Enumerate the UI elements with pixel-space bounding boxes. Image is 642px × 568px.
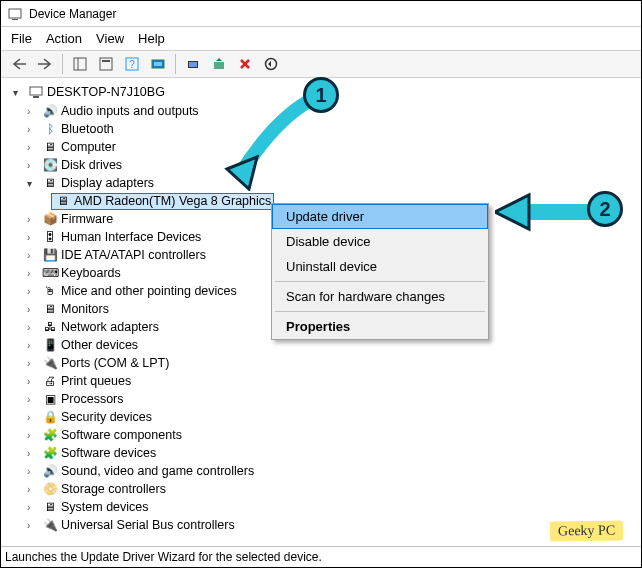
help-button[interactable]: ? (120, 53, 144, 75)
category-label: Keyboards (61, 266, 121, 280)
expand-icon[interactable]: › (27, 268, 39, 279)
context-uninstall-device[interactable]: Uninstall device (272, 254, 488, 279)
expand-icon[interactable]: › (27, 466, 39, 477)
tree-category[interactable]: ›🔒Security devices (9, 408, 641, 426)
forward-button[interactable] (33, 53, 57, 75)
tree-category[interactable]: ›🔌Ports (COM & LPT) (9, 354, 641, 372)
window-title: Device Manager (29, 7, 116, 21)
tree-category-display-adapters[interactable]: ▾🖥Display adapters (9, 174, 641, 192)
context-properties[interactable]: Properties (272, 314, 488, 339)
update-driver-button[interactable] (181, 53, 205, 75)
menu-view[interactable]: View (96, 31, 124, 46)
hid-icon: 🎛 (42, 229, 58, 245)
expand-icon[interactable]: › (27, 250, 39, 261)
expand-icon[interactable]: › (27, 484, 39, 495)
tree-category[interactable]: ›🔊Sound, video and game controllers (9, 462, 641, 480)
statusbar: Launches the Update Driver Wizard for th… (1, 546, 641, 567)
category-label: Universal Serial Bus controllers (61, 518, 235, 532)
enable-device-button[interactable] (259, 53, 283, 75)
category-label: Ports (COM & LPT) (61, 356, 169, 370)
expand-icon[interactable]: › (27, 430, 39, 441)
svg-rect-12 (214, 62, 224, 69)
expand-icon[interactable]: › (27, 142, 39, 153)
category-label: Print queues (61, 374, 131, 388)
tree-category[interactable]: ›🔊Audio inputs and outputs (9, 102, 641, 120)
context-menu: Update driver Disable device Uninstall d… (271, 203, 489, 340)
svg-marker-17 (268, 61, 271, 67)
expand-icon[interactable]: ▾ (13, 87, 25, 98)
disable-device-button[interactable] (233, 53, 257, 75)
tree-category[interactable]: ›🖥System devices (9, 498, 641, 516)
tree-category[interactable]: ›💽Disk drives (9, 156, 641, 174)
svg-marker-13 (216, 58, 222, 61)
category-label: Mice and other pointing devices (61, 284, 237, 298)
toolbar-separator (175, 54, 176, 74)
category-label: Disk drives (61, 158, 122, 172)
tree-category[interactable]: ›📀Storage controllers (9, 480, 641, 498)
scan-hardware-button[interactable] (146, 53, 170, 75)
toolbar: ? (1, 50, 641, 78)
usb-icon: 🔌 (42, 517, 58, 533)
svg-rect-19 (33, 96, 39, 98)
watermark: Geeky PC (550, 520, 624, 541)
menu-help[interactable]: Help (138, 31, 165, 46)
properties-button[interactable] (94, 53, 118, 75)
expand-icon[interactable]: › (27, 502, 39, 513)
uninstall-device-button[interactable] (207, 53, 231, 75)
category-label: Processors (61, 392, 124, 406)
computer-icon (28, 84, 44, 100)
svg-rect-2 (74, 58, 86, 70)
expand-icon[interactable]: › (27, 376, 39, 387)
svg-rect-9 (154, 62, 162, 66)
expand-icon[interactable]: › (27, 448, 39, 459)
category-label: Human Interface Devices (61, 230, 201, 244)
keyboard-icon: ⌨ (42, 265, 58, 281)
category-label: Sound, video and game controllers (61, 464, 254, 478)
svg-rect-18 (30, 87, 42, 95)
computer-icon: 🖥 (42, 139, 58, 155)
expand-icon[interactable]: › (27, 106, 39, 117)
expand-icon[interactable]: › (27, 124, 39, 135)
expand-icon[interactable]: › (27, 394, 39, 405)
tree-category[interactable]: ›🔌Universal Serial Bus controllers (9, 516, 641, 534)
expand-icon[interactable]: › (27, 520, 39, 531)
context-update-driver[interactable]: Update driver (272, 204, 488, 229)
tree-category[interactable]: ›🧩Software devices (9, 444, 641, 462)
menu-file[interactable]: File (11, 31, 32, 46)
mouse-icon: 🖱 (42, 283, 58, 299)
context-disable-device[interactable]: Disable device (272, 229, 488, 254)
tree-category[interactable]: ›🖥Computer (9, 138, 641, 156)
tree-category[interactable]: ›🧩Software components (9, 426, 641, 444)
expand-icon[interactable]: › (27, 286, 39, 297)
category-label: Software components (61, 428, 182, 442)
category-label: Network adapters (61, 320, 159, 334)
firmware-icon: 📦 (42, 211, 58, 227)
expand-icon[interactable]: › (27, 160, 39, 171)
expand-icon[interactable]: › (27, 214, 39, 225)
show-hide-tree-button[interactable] (68, 53, 92, 75)
tree-category[interactable]: ›🖨Print queues (9, 372, 641, 390)
back-button[interactable] (7, 53, 31, 75)
audio-icon: 🔊 (42, 103, 58, 119)
expand-icon[interactable]: › (27, 358, 39, 369)
tree-category[interactable]: ›▣Processors (9, 390, 641, 408)
menu-action[interactable]: Action (46, 31, 82, 46)
category-label: Other devices (61, 338, 138, 352)
expand-icon[interactable]: › (27, 412, 39, 423)
expand-icon[interactable]: › (27, 340, 39, 351)
context-scan-hardware[interactable]: Scan for hardware changes (272, 284, 488, 309)
network-icon: 🖧 (42, 319, 58, 335)
display-adapter-icon: 🖥 (42, 175, 58, 191)
bluetooth-icon: ᛒ (42, 121, 58, 137)
tree-category[interactable]: ›ᛒBluetooth (9, 120, 641, 138)
storage-icon: 📀 (42, 481, 58, 497)
expand-icon[interactable]: › (27, 232, 39, 243)
tree-root[interactable]: ▾ DESKTOP-N7J10BG (9, 82, 641, 102)
sound-icon: 🔊 (42, 463, 58, 479)
svg-rect-5 (102, 60, 110, 62)
category-label: Firmware (61, 212, 113, 226)
category-label: Software devices (61, 446, 156, 460)
expand-icon[interactable]: › (27, 322, 39, 333)
expand-icon[interactable]: › (27, 304, 39, 315)
expand-icon[interactable]: ▾ (27, 178, 39, 189)
